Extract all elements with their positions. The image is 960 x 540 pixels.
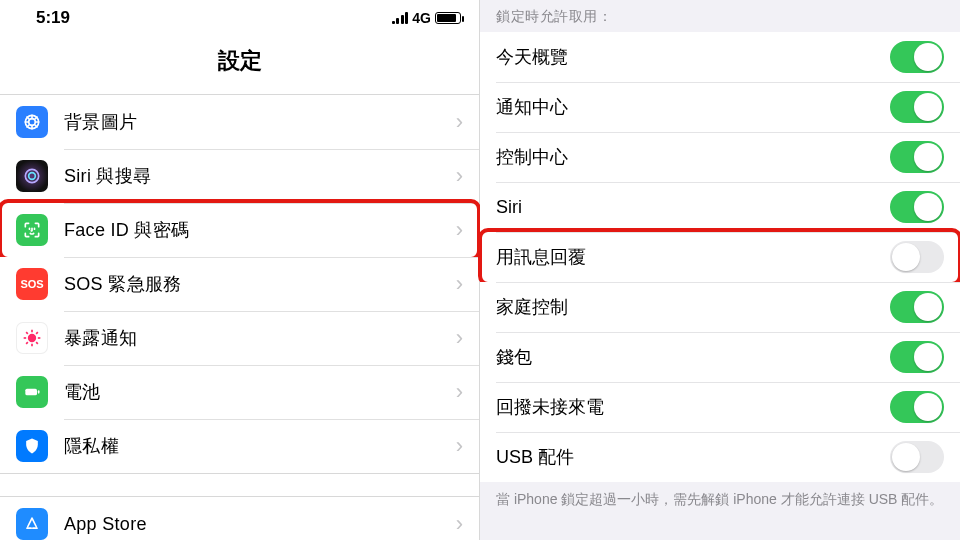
appstore-icon — [16, 508, 48, 540]
sos-icon: SOS — [16, 268, 48, 300]
settings-row[interactable]: 暴露通知› — [0, 311, 479, 365]
siri-icon — [16, 160, 48, 192]
toggle-row: 今天概覽 — [480, 32, 960, 82]
toggle-label: 通知中心 — [496, 95, 890, 119]
faceid-allow-panel: 鎖定時允許取用： 今天概覽通知中心控制中心Siri用訊息回覆家庭控制錢包回撥未接… — [480, 0, 960, 540]
page-title: 設定 — [0, 36, 479, 94]
toggle-label: 家庭控制 — [496, 295, 890, 319]
settings-row[interactable]: 電池› — [0, 365, 479, 419]
svg-point-4 — [28, 334, 36, 342]
settings-label: 電池 — [64, 380, 456, 404]
toggle-switch[interactable] — [890, 91, 944, 123]
chevron-right-icon: › — [456, 435, 463, 457]
toggle-switch[interactable] — [890, 191, 944, 223]
settings-row[interactable]: 背景圖片› — [0, 95, 479, 149]
battery-icon — [435, 12, 461, 24]
chevron-right-icon: › — [456, 273, 463, 295]
settings-row[interactable]: 隱私權› — [0, 419, 479, 473]
status-right: 4G — [392, 10, 461, 26]
toggle-row: Siri — [480, 182, 960, 232]
svg-rect-13 — [25, 389, 37, 396]
status-time: 5:19 — [36, 8, 70, 28]
settings-group-2: App Store› — [0, 496, 479, 540]
toggle-row: 通知中心 — [480, 82, 960, 132]
toggle-row: USB 配件 — [480, 432, 960, 482]
svg-line-9 — [26, 332, 28, 334]
chevron-right-icon: › — [456, 219, 463, 241]
toggle-row: 控制中心 — [480, 132, 960, 182]
signal-icon — [392, 12, 409, 24]
footer-note: 當 iPhone 鎖定超過一小時，需先解鎖 iPhone 才能允許連接 USB … — [480, 482, 960, 510]
settings-label: App Store — [64, 514, 456, 535]
chevron-right-icon: › — [456, 111, 463, 133]
svg-rect-14 — [38, 390, 40, 393]
faceid-icon — [16, 214, 48, 246]
status-bar: 5:19 4G — [0, 0, 479, 36]
settings-label: SOS 緊急服務 — [64, 272, 456, 296]
toggle-label: USB 配件 — [496, 445, 890, 469]
settings-label: 隱私權 — [64, 434, 456, 458]
settings-label: Face ID 與密碼 — [64, 218, 456, 242]
toggle-label: 控制中心 — [496, 145, 890, 169]
svg-line-10 — [36, 342, 38, 344]
settings-label: 背景圖片 — [64, 110, 456, 134]
settings-group-1: 背景圖片›Siri 與搜尋›Face ID 與密碼›SOSSOS 緊急服務›暴露… — [0, 94, 479, 474]
chevron-right-icon: › — [456, 381, 463, 403]
wallpaper-icon — [16, 106, 48, 138]
toggle-label: 回撥未接來電 — [496, 395, 890, 419]
settings-panel: 5:19 4G 設定 背景圖片›Siri 與搜尋›Face ID 與密碼›SOS… — [0, 0, 480, 540]
section-header: 鎖定時允許取用： — [480, 0, 960, 32]
svg-point-2 — [25, 169, 38, 182]
toggle-label: 錢包 — [496, 345, 890, 369]
battery-icon — [16, 376, 48, 408]
toggle-switch[interactable] — [890, 141, 944, 173]
toggle-switch[interactable] — [890, 41, 944, 73]
toggle-row: 用訊息回覆 — [480, 232, 960, 282]
settings-row[interactable]: Face ID 與密碼› — [0, 203, 479, 257]
privacy-icon — [16, 430, 48, 462]
settings-row[interactable]: Siri 與搜尋› — [0, 149, 479, 203]
settings-row[interactable]: App Store› — [0, 497, 479, 540]
svg-line-11 — [26, 342, 28, 344]
toggle-row: 回撥未接來電 — [480, 382, 960, 432]
exposure-icon — [16, 322, 48, 354]
settings-row[interactable]: SOSSOS 緊急服務› — [0, 257, 479, 311]
toggle-switch[interactable] — [890, 441, 944, 473]
toggle-switch[interactable] — [890, 241, 944, 273]
toggle-switch[interactable] — [890, 341, 944, 373]
toggle-label: 今天概覽 — [496, 45, 890, 69]
settings-label: Siri 與搜尋 — [64, 164, 456, 188]
toggle-row: 錢包 — [480, 332, 960, 382]
svg-line-12 — [36, 332, 38, 334]
network-label: 4G — [412, 10, 431, 26]
settings-label: 暴露通知 — [64, 326, 456, 350]
toggle-label: Siri — [496, 197, 890, 218]
chevron-right-icon: › — [456, 513, 463, 535]
chevron-right-icon: › — [456, 165, 463, 187]
allow-access-list: 今天概覽通知中心控制中心Siri用訊息回覆家庭控制錢包回撥未接來電USB 配件 — [480, 32, 960, 482]
toggle-label: 用訊息回覆 — [496, 245, 890, 269]
chevron-right-icon: › — [456, 327, 463, 349]
toggle-row: 家庭控制 — [480, 282, 960, 332]
svg-point-3 — [29, 173, 36, 180]
toggle-switch[interactable] — [890, 391, 944, 423]
toggle-switch[interactable] — [890, 291, 944, 323]
